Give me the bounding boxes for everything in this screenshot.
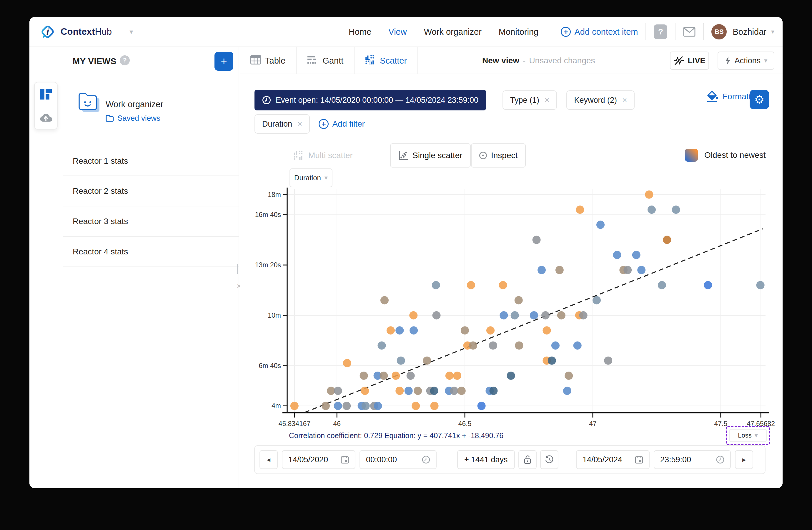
scatter-point[interactable] — [576, 206, 584, 214]
scatter-point[interactable] — [613, 251, 621, 259]
scatter-point[interactable] — [537, 266, 546, 274]
multi-scatter-button-disabled[interactable]: Multi scatter — [294, 143, 353, 168]
workspace-card[interactable]: Work organizer Saved views — [63, 88, 238, 146]
single-scatter-button[interactable]: Single scatter — [390, 143, 471, 168]
scatter-point[interactable] — [423, 357, 431, 365]
duration-filter-chip[interactable]: Duration × — [255, 114, 310, 134]
y-axis-selector[interactable]: Duration ▾ — [290, 168, 332, 187]
scatter-point[interactable] — [704, 281, 712, 289]
next-range-button[interactable]: ▸ — [735, 450, 753, 469]
scatter-point[interactable] — [458, 387, 466, 395]
nav-item-work-organizer[interactable]: Work organizer — [424, 27, 482, 37]
scatter-point[interactable] — [374, 402, 382, 410]
sidebar-view-item[interactable]: Reactor 2 stats — [63, 176, 238, 206]
history-button[interactable] — [540, 450, 559, 469]
sidebar-view-item[interactable]: Reactor 1 stats — [63, 146, 238, 176]
scatter-point[interactable] — [322, 402, 330, 410]
scatter-point[interactable] — [579, 311, 588, 320]
scatter-chart[interactable]: 18m16m 40s13m 20s10m6m 40s4m45.834167464… — [248, 171, 783, 451]
scatter-point[interactable] — [361, 387, 369, 395]
scatter-point[interactable] — [430, 387, 438, 395]
lock-range-button[interactable] — [518, 450, 537, 469]
scatter-point[interactable] — [555, 266, 564, 274]
scatter-point[interactable] — [395, 387, 404, 395]
scatter-point[interactable] — [499, 281, 507, 289]
sidebar-view-item[interactable]: Reactor 4 stats — [63, 237, 238, 267]
prev-range-button[interactable]: ◂ — [260, 450, 278, 469]
scatter-point[interactable] — [432, 281, 440, 289]
scatter-point[interactable] — [672, 206, 680, 214]
scatter-point[interactable] — [574, 341, 582, 349]
end-date-field[interactable]: 14/05/2024 — [576, 450, 650, 469]
scatter-point[interactable] — [565, 372, 573, 380]
scatter-point[interactable] — [453, 372, 461, 380]
sidebar-view-item[interactable]: Reactor 3 stats — [63, 206, 238, 237]
scatter-point[interactable] — [658, 281, 666, 289]
scatter-point[interactable] — [515, 341, 523, 349]
scatter-point[interactable] — [392, 372, 400, 380]
close-icon[interactable]: × — [298, 119, 302, 129]
brand[interactable]: i ContextHub ▾ — [40, 17, 133, 46]
scatter-point[interactable] — [395, 326, 404, 334]
scatter-point[interactable] — [414, 387, 422, 395]
scatter-point[interactable] — [431, 402, 439, 410]
scatter-point[interactable] — [405, 387, 413, 395]
scatter-point[interactable] — [362, 402, 370, 410]
scatter-point[interactable] — [343, 402, 351, 410]
scatter-point[interactable] — [499, 311, 508, 320]
scatter-point[interactable] — [533, 236, 541, 244]
scatter-point[interactable] — [632, 251, 640, 259]
upload-panel-button[interactable] — [35, 106, 57, 129]
scatter-point[interactable] — [467, 281, 475, 289]
add-context-item-button[interactable]: + Add context item — [561, 27, 638, 37]
scatter-point[interactable] — [663, 236, 671, 244]
scatter-point[interactable] — [593, 296, 601, 305]
nav-item-monitoring[interactable]: Monitoring — [499, 27, 538, 37]
end-time-field[interactable]: 23:59:00 — [654, 450, 731, 469]
tab-table[interactable]: Table — [240, 47, 296, 74]
scatter-point[interactable] — [290, 402, 299, 410]
scatter-point[interactable] — [446, 372, 454, 380]
scatter-point[interactable] — [756, 281, 765, 289]
scatter-point[interactable] — [387, 326, 395, 334]
scatter-point[interactable] — [409, 326, 418, 334]
scatter-point[interactable] — [623, 266, 632, 274]
nav-item-view[interactable]: View — [388, 27, 407, 37]
scatter-point[interactable] — [397, 357, 405, 365]
scatter-point[interactable] — [563, 387, 571, 395]
help-circle-icon[interactable]: ? — [120, 55, 130, 65]
scatter-point[interactable] — [409, 311, 418, 320]
scatter-point[interactable] — [334, 387, 342, 395]
scatter-point[interactable] — [648, 206, 656, 214]
brand-chevron-down-icon[interactable]: ▾ — [129, 28, 133, 36]
user-menu[interactable]: BS Bozhidar ▾ — [711, 24, 774, 40]
actions-button[interactable]: Actions ▾ — [717, 52, 774, 70]
scatter-point[interactable] — [343, 359, 351, 367]
scatter-point[interactable] — [489, 341, 497, 349]
nav-item-home[interactable]: Home — [349, 27, 371, 37]
scatter-point[interactable] — [530, 311, 538, 320]
scatter-point[interactable] — [377, 341, 386, 349]
close-icon[interactable]: × — [622, 95, 627, 105]
inspect-button[interactable]: Inspect — [471, 143, 526, 168]
scatter-point[interactable] — [407, 372, 415, 380]
add-filter-button[interactable]: + Add filter — [319, 119, 365, 129]
close-icon[interactable]: × — [545, 95, 549, 105]
views-panel-button[interactable] — [35, 82, 57, 106]
scatter-point[interactable] — [450, 387, 458, 395]
start-date-field[interactable]: 14/05/2020 — [282, 450, 356, 469]
scatter-point[interactable] — [380, 296, 389, 305]
scatter-point[interactable] — [541, 311, 550, 320]
mail-icon[interactable] — [683, 27, 696, 37]
scatter-point[interactable] — [469, 341, 477, 349]
add-view-button[interactable]: + — [215, 52, 233, 71]
scatter-point[interactable] — [411, 402, 420, 410]
scatter-point[interactable] — [507, 372, 515, 380]
scatter-point[interactable] — [511, 311, 519, 320]
scatter-point[interactable] — [461, 326, 469, 334]
scatter-point[interactable] — [433, 311, 441, 320]
help-button[interactable]: ? — [654, 25, 667, 39]
tab-gantt[interactable]: Gantt — [296, 47, 354, 74]
range-days-field[interactable]: ± 1441 days — [457, 450, 515, 469]
scatter-point[interactable] — [478, 402, 486, 410]
